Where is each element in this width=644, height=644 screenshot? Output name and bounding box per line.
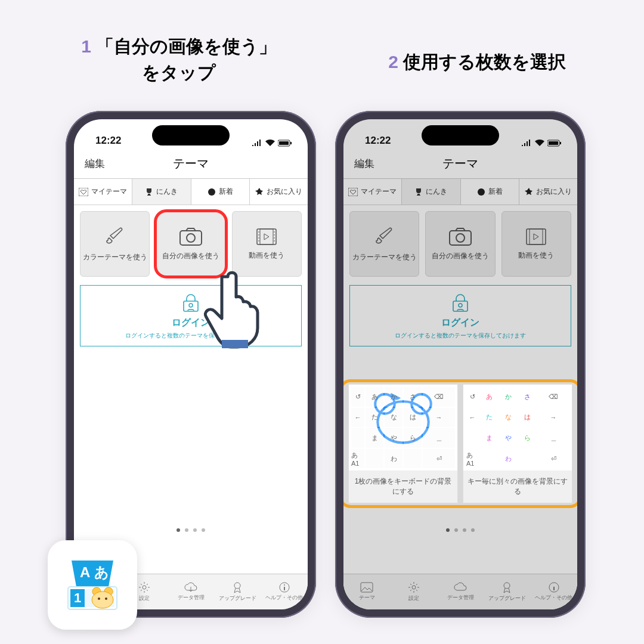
video-icon bbox=[525, 228, 547, 246]
tab-help[interactable]: ヘルプ・その他 bbox=[531, 574, 577, 609]
tab-new[interactable]: 新着 bbox=[191, 179, 250, 205]
tab-theme-label: テーマ bbox=[359, 594, 375, 602]
svg-point-10 bbox=[189, 304, 193, 307]
tab-favorite[interactable]: お気に入り bbox=[250, 179, 308, 205]
key: や bbox=[499, 428, 517, 448]
tab-mytheme-label: マイテーマ bbox=[91, 187, 127, 197]
tab-popular[interactable]: にんき bbox=[132, 179, 191, 205]
status-time: 12:22 bbox=[95, 135, 121, 147]
login-prompt[interactable]: ログイン ログインすると複数のテーマを保存しておけます bbox=[349, 285, 571, 346]
star-icon bbox=[255, 188, 264, 196]
new-badge-icon bbox=[477, 188, 485, 196]
option-color-theme[interactable]: カラーテーマを使う bbox=[349, 211, 419, 277]
svg-text:1: 1 bbox=[74, 590, 81, 605]
svg-rect-3 bbox=[79, 188, 88, 196]
brush-icon bbox=[374, 226, 395, 247]
tab-new-label: 新着 bbox=[219, 187, 233, 197]
key-right: → bbox=[423, 408, 455, 428]
gear-icon bbox=[138, 581, 150, 593]
battery-icon bbox=[547, 140, 562, 147]
trophy-icon bbox=[145, 188, 153, 196]
medal-icon bbox=[232, 581, 243, 593]
star-icon bbox=[525, 188, 533, 196]
tab-new[interactable]: 新着 bbox=[461, 179, 519, 205]
edit-button[interactable]: 編集 bbox=[354, 157, 374, 171]
login-subtitle: ログインすると複数のテーマを保存しておけます bbox=[356, 332, 565, 340]
tab-upgrade[interactable]: アップグレード bbox=[214, 574, 261, 609]
tab-settings-label: 設定 bbox=[408, 595, 419, 602]
tab-theme[interactable]: テーマ bbox=[343, 574, 390, 609]
svg-point-45 bbox=[92, 592, 113, 608]
key: ＿ bbox=[423, 428, 455, 448]
key: わ bbox=[385, 449, 402, 469]
tab-help[interactable]: ヘルプ・その他 bbox=[261, 574, 308, 609]
option-video-label: 動画を使う bbox=[249, 250, 284, 261]
tab-popular[interactable]: にんき bbox=[402, 179, 460, 205]
cellular-icon bbox=[252, 140, 262, 147]
svg-point-47 bbox=[105, 597, 107, 600]
nav-title: テーマ bbox=[173, 156, 209, 172]
lock-person-icon bbox=[182, 294, 199, 312]
svg-point-28 bbox=[459, 304, 462, 307]
key: や bbox=[385, 428, 402, 448]
tab-data-label: データ管理 bbox=[447, 594, 474, 602]
svg-text:A: A bbox=[80, 564, 90, 580]
tab-upgrade-label: アップグレード bbox=[219, 595, 256, 602]
option-per-key-image[interactable]: ↺ あ か さ ⌫ ← た な は → ま や ら ＿ bbox=[463, 384, 572, 503]
step-text-2: 使用する枚数を選択 bbox=[403, 52, 566, 72]
option-single-image-caption: 1枚の画像をキーボードの背景にする bbox=[349, 470, 457, 503]
bottom-tab-bar: テーマ 設定 データ管理 アップグレード ヘルプ・その他 bbox=[343, 574, 577, 609]
tab-settings[interactable]: 設定 bbox=[390, 574, 436, 609]
key: か bbox=[385, 387, 402, 407]
svg-point-34 bbox=[504, 583, 510, 589]
option-video[interactable]: 動画を使う bbox=[501, 211, 571, 277]
key bbox=[366, 449, 383, 469]
key-mode: あA1 bbox=[351, 449, 364, 469]
key bbox=[404, 449, 422, 469]
key-enter: ⏎ bbox=[423, 449, 455, 469]
svg-rect-17 bbox=[222, 340, 248, 348]
svg-rect-8 bbox=[260, 229, 273, 244]
key: ら bbox=[404, 428, 422, 448]
heart-outline-icon bbox=[348, 188, 358, 196]
svg-point-13 bbox=[143, 586, 146, 589]
svg-point-24 bbox=[456, 234, 465, 242]
key: ま bbox=[480, 428, 498, 448]
tab-data[interactable]: データ管理 bbox=[437, 574, 484, 609]
key: か bbox=[499, 387, 517, 407]
app-icon-graphic: A あ 1 bbox=[60, 552, 125, 618]
svg-point-6 bbox=[187, 234, 195, 242]
tab-popular-label: にんき bbox=[426, 187, 447, 197]
tab-favorite[interactable]: お気に入り bbox=[519, 179, 577, 205]
phone-mock-right: 12:22 編集 テーマ マイテーマ にんき 新着 bbox=[335, 111, 586, 618]
brush-icon bbox=[104, 226, 126, 247]
key: ら bbox=[518, 428, 536, 448]
gear-icon bbox=[408, 581, 420, 593]
key bbox=[480, 449, 498, 469]
option-per-key-image-caption: キー毎に別々の画像を背景にする bbox=[463, 470, 572, 503]
svg-rect-21 bbox=[348, 188, 358, 196]
option-own-image[interactable]: 自分の画像を使う bbox=[425, 211, 495, 277]
cellular-icon bbox=[521, 140, 532, 147]
tab-mytheme-label: マイテーマ bbox=[361, 187, 397, 197]
svg-rect-2 bbox=[290, 142, 292, 144]
key-backspace: ⌫ bbox=[537, 387, 569, 407]
tab-data[interactable]: データ管理 bbox=[168, 574, 214, 609]
svg-rect-26 bbox=[530, 229, 543, 244]
nav-bar: 編集 テーマ bbox=[74, 149, 308, 179]
option-single-image[interactable]: ↺あかさ⌫ ←たなは→ まやら＿ あA1わ⏎ 1枚の画像をキーボードの背景にする bbox=[348, 384, 458, 503]
tab-mytheme[interactable]: マイテーマ bbox=[343, 179, 402, 205]
tab-upgrade[interactable]: アップグレード bbox=[484, 574, 530, 609]
edit-button[interactable]: 編集 bbox=[85, 157, 105, 171]
tab-upgrade-label: アップグレード bbox=[488, 595, 526, 602]
video-icon bbox=[256, 228, 277, 246]
key bbox=[351, 428, 364, 448]
medal-icon bbox=[501, 581, 512, 593]
tab-mytheme[interactable]: マイテーマ bbox=[74, 179, 132, 205]
key: は bbox=[518, 408, 536, 428]
svg-rect-19 bbox=[549, 141, 558, 145]
option-color-theme[interactable]: カラーテーマを使う bbox=[80, 211, 150, 277]
step-number-1: 1 bbox=[81, 36, 91, 56]
battery-icon bbox=[278, 140, 292, 147]
key-backspace: ⌫ bbox=[423, 387, 455, 407]
